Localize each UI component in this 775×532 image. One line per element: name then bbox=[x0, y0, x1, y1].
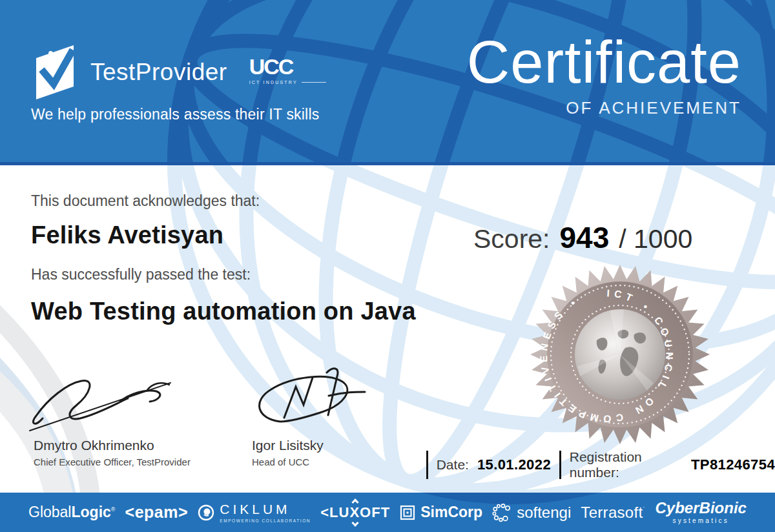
score-row: Score: 943 / 1000 bbox=[473, 220, 692, 255]
registration-value: TP81246754 bbox=[691, 456, 775, 473]
partner-logo-globallogic: GlobalLogic® bbox=[28, 504, 115, 521]
date-value: 15.01.2022 bbox=[477, 456, 551, 473]
certificate-subtitle: OF ACHIEVEMENT bbox=[467, 98, 741, 118]
signature-image-dmytro bbox=[26, 362, 174, 433]
passed-label: Has successfully passed the test: bbox=[31, 266, 251, 283]
testprovider-check-icon bbox=[31, 43, 79, 102]
date-label: Date: bbox=[437, 457, 469, 473]
header-bottom-edge bbox=[0, 162, 775, 165]
partner-logo-cyberbionic: CyberBionic systematics bbox=[656, 500, 747, 524]
certificate: TestProvider UCC ICT INDUSTRY We help pr… bbox=[0, 0, 775, 532]
header-band: TestProvider UCC ICT INDUSTRY We help pr… bbox=[0, 0, 775, 165]
partner-logo-simcorp: SimCorp bbox=[400, 504, 482, 521]
signatory-title: Head of UCC bbox=[252, 456, 324, 467]
seal-globe-icon bbox=[575, 309, 665, 400]
recipient-name: Feliks Avetisyan bbox=[31, 221, 223, 249]
chevron-down-icon bbox=[351, 519, 358, 526]
acknowledge-label: This document acknowledges that: bbox=[31, 192, 260, 210]
partner-logo-luxoft: <LUXOFT bbox=[320, 500, 390, 526]
ciklum-circle-icon bbox=[198, 504, 214, 521]
simcorp-spiral-icon bbox=[400, 505, 415, 520]
separator-bar bbox=[559, 451, 561, 479]
partner-logo-ciklum: CIKLUM EMPOWERING COLLABORATION bbox=[198, 502, 311, 523]
partner-logo-epam: <epam> bbox=[125, 503, 189, 522]
score-total: / 1000 bbox=[619, 224, 692, 254]
score-value: 943 bbox=[560, 220, 610, 255]
signature-image-igor bbox=[238, 359, 367, 431]
signatory-igor: Igor Lisitsky Head of UCC bbox=[252, 438, 324, 467]
ucc-dot-icon bbox=[48, 51, 53, 56]
brand-name: TestProvider bbox=[90, 43, 227, 102]
partner-logo-terrasoft: Terrasoft˙ bbox=[581, 504, 645, 522]
partner-logo-softengi: softengi bbox=[492, 503, 571, 522]
softengi-bubbles-icon bbox=[492, 503, 512, 522]
separator-bar bbox=[426, 451, 428, 479]
registration-label: Registration number: bbox=[570, 449, 683, 480]
signatory-name: Dmytro Okhrimenko bbox=[34, 438, 191, 453]
header-tagline: We help professionals assess their IT sk… bbox=[31, 106, 319, 123]
signatory-name: Igor Lisitsky bbox=[252, 438, 324, 453]
achievement-seal: ICT • COUNCIL ON COMPETITIVENESS • bbox=[530, 265, 710, 444]
footer-band: GlobalLogic® <epam> CIKLUM EMPOWERING CO… bbox=[0, 493, 775, 532]
ucc-subtext: ICT INDUSTRY bbox=[249, 80, 298, 85]
ucc-line bbox=[302, 82, 326, 83]
signatory-title: Chief Executive Officer, TestProvider bbox=[34, 456, 191, 467]
score-label: Score: bbox=[473, 224, 550, 254]
ucc-wordmark: UCC bbox=[249, 56, 326, 77]
test-name: Web Testing automation on Java bbox=[31, 298, 416, 325]
meta-row: Date: 15.01.2022 Registration number: TP… bbox=[426, 449, 775, 480]
signatory-dmytro: Dmytro Okhrimenko Chief Executive Office… bbox=[34, 438, 191, 467]
certificate-title: Certificate bbox=[467, 28, 741, 97]
ucc-logo: UCC ICT INDUSTRY bbox=[249, 56, 326, 85]
